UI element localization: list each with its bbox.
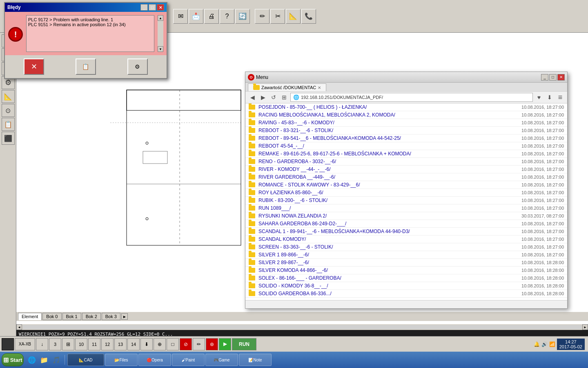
file-list-item[interactable]: RENO - GARDEROBA - 3032-__-6/ 10.08.2016…: [245, 158, 567, 166]
browser-tab-close-btn[interactable]: ✕: [318, 85, 321, 90]
file-list-item[interactable]: SCANDAL 1 - 89-941-__-6 - MEBLOŚCIANKA+K…: [245, 228, 567, 236]
tab-bok1[interactable]: Bok 1: [62, 313, 81, 320]
file-list-item[interactable]: REBOOT - 83-321-__-6 - STOLIK/ 10.08.201…: [245, 127, 567, 135]
tab-bok0[interactable]: Bok 0: [42, 313, 61, 320]
dialog-maximize-btn[interactable]: □: [149, 4, 156, 11]
bb-icon-red1[interactable]: ⊘: [180, 338, 192, 350]
scroll-right-btn-h[interactable]: ►: [582, 324, 588, 330]
dialog-close-btn[interactable]: ✕: [157, 4, 164, 11]
toolbar-btn-help[interactable]: ?: [220, 9, 234, 24]
taskbar-explorer-icon[interactable]: 📁: [38, 354, 50, 366]
left-btn-6[interactable]: ⊙: [2, 104, 15, 117]
toolbar-btn-pen[interactable]: ✏: [255, 9, 270, 24]
nav-back-btn[interactable]: ◀: [248, 93, 257, 102]
taskbar-ie-icon[interactable]: 🌐: [26, 354, 38, 366]
left-btn-5[interactable]: 📐: [2, 90, 15, 103]
toolbar-btn-send[interactable]: 📩: [189, 9, 203, 24]
nav-menu-btn[interactable]: ≡: [556, 93, 565, 102]
left-btn-7[interactable]: 📋: [2, 118, 15, 131]
dialog-edit-btn[interactable]: 📋: [76, 58, 96, 75]
dialog-minimize-btn[interactable]: _: [140, 4, 148, 11]
bb-num-12[interactable]: 12: [101, 338, 114, 350]
bb-icon-target[interactable]: ⊕: [154, 338, 166, 350]
nav-bookmark-btn[interactable]: ♥: [535, 93, 543, 102]
run-button[interactable]: RUN: [232, 338, 256, 350]
bb-num-10[interactable]: 10: [75, 338, 87, 350]
file-list-item[interactable]: SOLEX - 86-166-___ - GARDEROBA/ 10.08.20…: [245, 274, 567, 282]
browser-tab-docs[interactable]: Zawartość /DOKUMENTAC ✕: [248, 83, 326, 91]
file-list-item[interactable]: SILVER 1 89-866-__-6/ 10.08.2016, 18:27:…: [245, 251, 567, 259]
bb-icon-down[interactable]: ⬇: [140, 338, 153, 350]
scroll-left-btn[interactable]: ◄: [16, 324, 22, 330]
file-list-item[interactable]: POSEJDON - 85-700-__ ( HELIOS ) - ŁAZIEN…: [245, 103, 567, 111]
file-list-item[interactable]: RAVING - 45-83--__-6 - KOMODY/ 10.08.201…: [245, 119, 567, 127]
toolbar-btn-measure[interactable]: 📐: [286, 9, 301, 24]
file-list-item[interactable]: RYSUNKI NOWA ZELANDIA 2/ 30.03.2017, 08:…: [245, 212, 567, 220]
taskbar-media-icon[interactable]: 🎵: [51, 354, 62, 366]
bb-num-13[interactable]: 13: [114, 338, 127, 350]
bb-icon-green[interactable]: ▶: [219, 338, 231, 350]
bb-icon-3[interactable]: ↓: [36, 338, 48, 350]
address-bar[interactable]: 🌐 192.168.10.251/DOKUMENTACJA_PDF/: [290, 93, 533, 102]
taskbar-note-app[interactable]: 📝 Note: [239, 354, 272, 366]
taskbar-explorer-app[interactable]: 📂 Files: [105, 354, 138, 366]
file-list-item[interactable]: RUBIK - 83-200-__-6 - STOLIK/ 10.08.2016…: [245, 197, 567, 204]
file-list-item[interactable]: RACING MEBLOOŚCIANKA1, MEBLOŚCIANKA 2, K…: [245, 111, 567, 119]
bb-icon-pencil[interactable]: ✏: [193, 338, 205, 350]
file-list-item[interactable]: REBOOT - 89-541-__6 - MEBLOŚCIANKA+KOMOD…: [245, 135, 567, 142]
start-button[interactable]: ⊞ Start: [2, 353, 24, 366]
left-btn-8[interactable]: ⬛: [2, 132, 15, 145]
bb-icon-4[interactable]: ⊞: [62, 338, 74, 350]
toolbar-btn-mail[interactable]: ✉: [173, 9, 188, 24]
tab-bok2[interactable]: Bok 2: [82, 313, 101, 320]
nav-reload-btn[interactable]: ↺: [269, 93, 278, 102]
file-folder-icon: [249, 206, 255, 211]
taskbar-cad-app[interactable]: 📐 CAD: [67, 354, 104, 366]
bb-icon-red2[interactable]: ⊛: [206, 338, 218, 350]
file-list-item[interactable]: ROY ŁAZIENKA 85-860-__-6/ 10.08.2016, 18…: [245, 189, 567, 197]
dialog-settings-btn[interactable]: ⚙: [127, 58, 148, 75]
file-list-item[interactable]: RIVER - KOMODY __-44-_-__-6/ 10.08.2016,…: [245, 166, 567, 173]
bb-num-11[interactable]: 11: [88, 338, 100, 350]
file-list-item[interactable]: SCANDAL KOMODY/ 10.08.2016, 18:27:00: [245, 236, 567, 243]
scroll-up-btn[interactable]: ▲: [158, 15, 163, 21]
file-list-item[interactable]: SAHARA GARDEROBA 86-249-D2-___/ 10.08.20…: [245, 220, 567, 228]
nav-grid-btn[interactable]: ⊞: [280, 93, 289, 102]
file-list-item[interactable]: SCREEN - 83-363-__-6 - STOLIK/ 10.08.201…: [245, 243, 567, 251]
taskbar-game-app[interactable]: 🎮 Game: [205, 354, 238, 366]
taskbar-paint-app[interactable]: 🖌 Paint: [172, 354, 205, 366]
toolbar-btn-reload[interactable]: 🔄: [235, 9, 250, 24]
file-list-item[interactable]: REMAKE - 89-616-25-6, 89-617-25-6 - MEBL…: [245, 150, 567, 158]
scroll-thumb-h[interactable]: [23, 325, 581, 329]
toolbar-btn-cut[interactable]: ✂: [270, 9, 285, 24]
browser-close-btn[interactable]: ✕: [557, 74, 565, 81]
browser-content[interactable]: POSEJDON - 85-700-__ ( HELIOS ) - ŁAZIEN…: [245, 103, 567, 300]
file-list-item[interactable]: SOLIDO GARDEROBA 86-336.../ 10.08.2016, …: [245, 290, 567, 298]
file-name-text: ROY ŁAZIENKA 85-860-__-6/: [258, 190, 521, 195]
tab-scroll-right[interactable]: ►: [121, 313, 128, 320]
file-list-item[interactable]: RIVER GARDEROBA __-449-__-6/ 10.08.2016,…: [245, 173, 567, 181]
taskbar-opera-app[interactable]: 🔴 Opera: [138, 354, 171, 366]
bb-num-3[interactable]: 3: [49, 338, 61, 350]
browser-menu-btn[interactable]: Menu: [256, 74, 268, 80]
tab-bok3[interactable]: Bok 3: [102, 313, 120, 320]
file-list-item[interactable]: RUN 1089___/ 10.08.2016, 18:27:00: [245, 204, 567, 212]
scroll-down-btn[interactable]: ▼: [158, 46, 163, 52]
dialog-close-action-btn[interactable]: ✕: [24, 58, 44, 75]
nav-download-btn[interactable]: ⬇: [545, 93, 554, 102]
tab-element[interactable]: Element: [18, 313, 42, 320]
file-list-item[interactable]: ROMANCE - STOLIK KAWOWY - 83-429-__6/ 10…: [245, 181, 567, 189]
bb-icon-1[interactable]: [2, 338, 14, 350]
file-list-item[interactable]: REBOOT 45-54_-__/ 10.08.2016, 18:27:00: [245, 142, 567, 150]
bb-icon-2[interactable]: XA-XB: [15, 338, 35, 350]
file-list-item[interactable]: SOLIDO - KOMODY 36-8__-__/ 10.08.2016, 1…: [245, 282, 567, 290]
file-list-item[interactable]: SILVER KOMODA 44-866-__-6/ 10.08.2016, 1…: [245, 267, 567, 274]
file-list-item[interactable]: SILVER 2 89-867-__-6/ 10.08.2016, 18:28:…: [245, 259, 567, 267]
bb-icon-square[interactable]: □: [167, 338, 179, 350]
bb-num-14[interactable]: 14: [127, 338, 140, 350]
browser-minimize-btn[interactable]: _: [541, 74, 548, 81]
nav-forward-btn[interactable]: ▶: [258, 93, 267, 102]
toolbar-btn-print[interactable]: 🖨: [204, 9, 219, 24]
browser-maximize-btn[interactable]: □: [549, 74, 557, 81]
toolbar-btn-phone[interactable]: 📞: [301, 9, 316, 24]
